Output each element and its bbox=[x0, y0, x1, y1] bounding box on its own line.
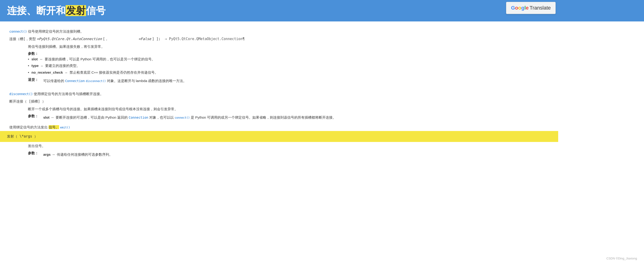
returns-link2[interactable]: disconnect() bbox=[86, 79, 106, 83]
footer: CSDN ©Ding_Jiaxiong bbox=[606, 257, 637, 260]
param-type: • type – 要建立的连接的类型。 bbox=[28, 62, 158, 69]
connect-params: 参数： • slot -- 要连接的插槽，可以是 Python 可调用的，也可以… bbox=[9, 52, 549, 76]
disconnect-intro: disconnect() 使用绑定信号的方法将信号与插槽断开连接。 bbox=[9, 92, 549, 96]
disconnect-param-text1: 要断开连接的可选槽，可以是由 Python 返回的 bbox=[56, 115, 128, 119]
disconnect-param-link[interactable]: Connection bbox=[128, 116, 148, 119]
disconnect-params-label: 参数： bbox=[28, 114, 42, 118]
emit-desc-text: 发出信号。 bbox=[28, 144, 45, 148]
google-logo: Google bbox=[511, 5, 529, 11]
disconnect-desc-text: 断开一个或多个插槽与信号的连接。如果插槽未连接到信号或信号根本没有连接，则会引发… bbox=[28, 107, 178, 111]
disconnect-params-content: slot -- 要断开连接的可选槽，可以是由 Python 返回的 Connec… bbox=[43, 114, 336, 121]
disconnect-param-text2: 对象，也可以以 bbox=[149, 115, 174, 119]
returns-label: 退货： bbox=[28, 78, 42, 82]
emit-intro: 使用绑定信号的方法发出 信号。 emit() bbox=[9, 125, 549, 129]
param1-dash: -- bbox=[40, 56, 42, 63]
emit-params-label: 参数： bbox=[28, 151, 42, 156]
emit-sig: 发射（ \*args ） bbox=[7, 134, 38, 139]
connect-link[interactable]: connect() bbox=[9, 30, 27, 33]
right-bar bbox=[570, 0, 644, 22]
sig-mid: [， bbox=[103, 37, 108, 41]
sig-end: ] ]） bbox=[152, 37, 162, 41]
disconnect-link[interactable]: disconnect() bbox=[9, 92, 33, 96]
emit-param-text: 传递给任何连接槽的可选参数序列。 bbox=[57, 153, 112, 156]
connect-intro-text: 信号使用绑定信号的方法连接到槽。 bbox=[28, 29, 84, 33]
sig-italic: =PyQt5.QtCore.Qt.AutoConnection bbox=[37, 37, 102, 41]
param3-name: no_receiver_check bbox=[32, 69, 63, 76]
disconnect-intro-text: 使用绑定信号的方法将信号与插槽断开连接。 bbox=[34, 92, 104, 96]
sig-eq: =False bbox=[138, 37, 151, 41]
connect-signature: 连接（槽[，类型 =PyQt5.QtCore.Qt.AutoConnection… bbox=[9, 36, 549, 42]
emit-params: 参数： args -- 传递给任何连接槽的可选参数序列。 bbox=[9, 151, 549, 158]
disconnect-params: 参数： slot -- 要断开连接的可选槽，可以是由 Python 返回的 Co… bbox=[9, 114, 549, 121]
disconnect-section: disconnect() 使用绑定信号的方法将信号与插槽断开连接。 断开连接（ … bbox=[9, 92, 549, 121]
param-slot: • slot -- 要连接的插槽，可以是 Python 可调用的，也可以是另一个… bbox=[28, 56, 158, 63]
returns-text1: 可以传递给的 bbox=[43, 79, 64, 83]
emit-intro-highlight: 信号。 bbox=[48, 125, 59, 129]
returns-content: 可以传递给的 Connection disconnect() 对象。这是断开与 … bbox=[43, 78, 186, 84]
param2-dash: – bbox=[41, 62, 43, 69]
returns-text2: 对象。这是断开与 lambda 函数的连接的唯一方法。 bbox=[107, 79, 187, 83]
connect-returns: 退货： 可以传递给的 Connection disconnect() 对象。这是… bbox=[9, 78, 549, 84]
disconnect-param-name: slot bbox=[43, 115, 50, 119]
emit-intro-text1: 使用绑定信号的方法发出 bbox=[9, 125, 48, 129]
title-part2: 信号 bbox=[86, 5, 106, 16]
disconnect-signature: 断开连接（ [插槽] ） bbox=[9, 98, 549, 105]
main-content: connect() 信号使用绑定信号的方法连接到槽。 连接（槽[，类型 =PyQ… bbox=[0, 22, 558, 169]
disconnect-description: 断开一个或多个插槽与信号的连接。如果插槽未连接到信号或信号根本没有连接，则会引发… bbox=[28, 106, 549, 112]
page-title: 连接、断开和发射信号 bbox=[7, 4, 106, 17]
page-header: 连接、断开和发射信号 Google Translate bbox=[0, 0, 644, 22]
disconnect-sig: 断开连接（ [插槽] ） bbox=[9, 99, 46, 103]
footer-text: CSDN ©Ding_Jiaxiong bbox=[606, 257, 637, 260]
connect-description: 将信号连接到插槽。如果连接失败，将引发异常。 bbox=[28, 44, 549, 50]
title-part1: 连接、断开和 bbox=[7, 5, 66, 16]
emit-param-name: args bbox=[43, 153, 51, 156]
sig-label: 连接（槽[，类型 bbox=[9, 37, 36, 41]
emit-params-content: args -- 传递给任何连接槽的可选参数序列。 bbox=[43, 151, 112, 158]
sig-arrow: → PyQt5.QtCore.QMetaObject.Connection¶ bbox=[165, 37, 245, 41]
returns-link[interactable]: Connection bbox=[65, 79, 85, 83]
translate-label: Translate bbox=[530, 5, 551, 11]
emit-description: 发出信号。 bbox=[9, 142, 549, 149]
params-label: 参数： bbox=[28, 52, 158, 56]
param2-text: 要建立的连接的类型。 bbox=[45, 62, 80, 69]
connect-desc-text: 将信号连接到插槽。如果连接失败，将引发异常。 bbox=[28, 45, 105, 49]
param3-text: 禁止检查底层 C++ 接收器实例是否仍然存在并传递信号。 bbox=[70, 69, 158, 76]
disconnect-param-link2[interactable]: connect() bbox=[175, 116, 190, 119]
param-no-receiver: • no_receiver_check – 禁止检查底层 C++ 接收器实例是否… bbox=[28, 69, 158, 76]
param2-name: type bbox=[32, 62, 38, 69]
emit-signature-bar: 发射（ \*args ） bbox=[0, 131, 558, 142]
disconnect-param-text3: 是 Python 可调用的或另一个绑定信号。如果省略，则连接到该信号的所有插槽都… bbox=[191, 115, 336, 119]
connect-section: connect() 信号使用绑定信号的方法连接到槽。 连接（槽[，类型 =PyQ… bbox=[9, 29, 549, 84]
connect-intro: connect() 信号使用绑定信号的方法连接到槽。 bbox=[9, 29, 549, 34]
title-highlight: 发射 bbox=[66, 5, 86, 16]
param1-name: slot bbox=[32, 56, 38, 63]
emit-link[interactable]: emit() bbox=[60, 126, 70, 129]
google-translate-popup: Google Translate bbox=[506, 2, 556, 14]
param3-dash: – bbox=[65, 69, 67, 76]
param1-text: 要连接的插槽，可以是 Python 可调用的，也可以是另一个绑定的信号。 bbox=[45, 56, 155, 63]
params-content: • slot -- 要连接的插槽，可以是 Python 可调用的，也可以是另一个… bbox=[28, 56, 158, 76]
